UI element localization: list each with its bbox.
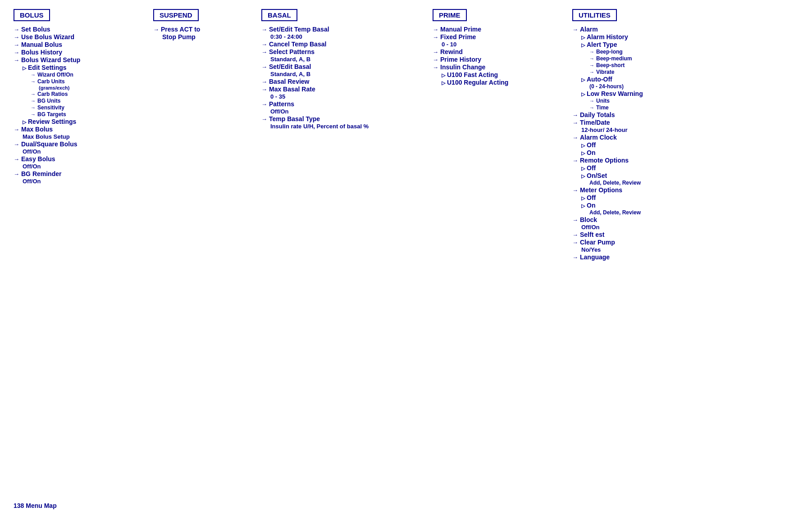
list-item: Language bbox=[572, 253, 643, 261]
list-item: Manual Bolus bbox=[14, 41, 80, 48]
list-item: Review Settings bbox=[23, 118, 80, 125]
cancel-temp-basal: Cancel Temp Basal bbox=[261, 41, 326, 48]
list-item: Standard, A, B bbox=[270, 56, 369, 63]
wizard-offon: Wizard Off/On bbox=[31, 72, 73, 78]
select-patterns: Select Patterns bbox=[261, 48, 315, 55]
list-item: 12-hour/ 24-hour bbox=[581, 127, 643, 133]
stop-pump: Stop Pump bbox=[162, 33, 196, 41]
basal-patterns: Standard, A, B bbox=[270, 71, 310, 77]
utilities-header: UTILITIES bbox=[572, 9, 617, 21]
list-item: Beep-long bbox=[589, 49, 643, 55]
temp-basal-type: Temp Basal Type bbox=[261, 115, 320, 122]
low-resv-warning: Low Resv Warning bbox=[581, 90, 643, 97]
list-item: Carb Units bbox=[31, 78, 80, 85]
list-item: (grams/exch) bbox=[39, 85, 80, 91]
list-item: Manual Prime bbox=[433, 26, 508, 33]
list-item: No/Yes bbox=[581, 246, 643, 253]
list-item: Vibrate bbox=[589, 69, 643, 75]
list-item: Meter Options bbox=[572, 186, 643, 194]
max-basal-rate: Max Basal Rate bbox=[261, 86, 315, 93]
clear-pump: Clear Pump bbox=[572, 239, 615, 246]
meter-options: Meter Options bbox=[572, 186, 622, 194]
list-item: Clear Pump bbox=[572, 239, 643, 246]
list-item: Selft est bbox=[572, 231, 643, 238]
max-bolus-setup: Max Bolus Setup bbox=[23, 133, 70, 140]
suspend-menu: Press ACT to Stop Pump bbox=[153, 26, 200, 41]
press-act: Press ACT to bbox=[153, 26, 200, 33]
carb-ratios: Carb Ratios bbox=[31, 91, 68, 97]
list-item: Insulin Change bbox=[433, 63, 508, 71]
manual-bolus: Manual Bolus bbox=[14, 41, 62, 48]
list-item: Beep-short bbox=[589, 62, 643, 68]
units: Units bbox=[589, 98, 610, 104]
list-item: Off/On bbox=[23, 178, 80, 185]
list-item: Units bbox=[589, 98, 643, 104]
carb-units: Carb Units bbox=[31, 78, 65, 85]
clear-pump-noyes: No/Yes bbox=[581, 246, 601, 253]
list-item: BG Reminder bbox=[14, 170, 80, 177]
meter-on: On bbox=[581, 202, 595, 209]
list-item: Wizard Off/On bbox=[31, 72, 80, 78]
meter-off: Off bbox=[581, 194, 596, 201]
list-item: Off bbox=[581, 141, 643, 149]
list-item: Low Resv Warning bbox=[581, 90, 643, 97]
list-item: Off/On bbox=[23, 148, 80, 155]
u100-fast-acting: U100 Fast Acting bbox=[442, 71, 498, 78]
list-item: Standard, A, B bbox=[270, 71, 369, 77]
easy-offon: Off/On bbox=[23, 163, 41, 170]
list-item: Off/On bbox=[23, 163, 80, 170]
list-item: Bolus History bbox=[14, 49, 80, 56]
prime-menu: Manual Prime Fixed Prime 0 - 10 Rewind P… bbox=[433, 26, 508, 86]
list-item: BG Units bbox=[31, 98, 80, 104]
basal-column: BASAL Set/Edit Temp Basal 0:30 - 24:00 C… bbox=[261, 9, 433, 130]
prime-column: PRIME Manual Prime Fixed Prime 0 - 10 Re… bbox=[433, 9, 572, 86]
remote-options: Remote Options bbox=[572, 157, 629, 164]
list-item: Press ACT to bbox=[153, 26, 200, 33]
list-item: Select Patterns bbox=[261, 48, 369, 55]
vibrate: Vibrate bbox=[589, 69, 614, 75]
edit-settings: Edit Settings bbox=[23, 64, 67, 71]
patterns: Patterns bbox=[261, 100, 294, 108]
basal-rate-range: 0 - 35 bbox=[270, 93, 285, 100]
bolus-header: BOLUS bbox=[14, 9, 50, 21]
manual-prime: Manual Prime bbox=[433, 26, 481, 33]
list-item: 0:30 - 24:00 bbox=[270, 33, 369, 40]
list-item: Patterns bbox=[261, 100, 369, 108]
list-item: On bbox=[581, 149, 643, 156]
daily-totals: Daily Totals bbox=[572, 111, 615, 118]
list-item: Use Bolus Wizard bbox=[14, 33, 80, 41]
list-item: Time/Date bbox=[572, 119, 643, 126]
block: Block bbox=[572, 216, 597, 223]
bolus-wizard-setup: Bolus Wizard Setup bbox=[14, 56, 80, 63]
max-bolus: Max Bolus bbox=[14, 126, 53, 133]
bolus-menu: Set Bolus Use Bolus Wizard Manual Bolus … bbox=[14, 26, 80, 185]
prime-history: Prime History bbox=[433, 56, 481, 63]
language: Language bbox=[572, 253, 610, 261]
list-item: Daily Totals bbox=[572, 111, 643, 118]
time: Time bbox=[589, 104, 609, 111]
list-item: Carb Ratios bbox=[31, 91, 80, 97]
list-item: Rewind bbox=[433, 48, 508, 55]
list-item: Insulin rate U/H, Percent of basal % bbox=[270, 123, 369, 130]
alarm-clock-off: Off bbox=[581, 141, 596, 149]
alert-type: Alert Type bbox=[581, 41, 617, 48]
list-item: Max Basal Rate bbox=[261, 86, 369, 93]
bg-reminder-offon: Off/On bbox=[23, 178, 41, 185]
bolus-column: BOLUS Set Bolus Use Bolus Wizard Manual … bbox=[14, 9, 153, 185]
prime-header: PRIME bbox=[433, 9, 467, 21]
time-date: Time/Date bbox=[572, 119, 610, 126]
temp-basal-type-options: Insulin rate U/H, Percent of basal % bbox=[270, 123, 369, 130]
list-item: (0 - 24-hours) bbox=[589, 83, 643, 90]
patterns-options: Standard, A, B bbox=[270, 56, 310, 63]
list-item: BG Targets bbox=[31, 111, 80, 118]
set-bolus: Set Bolus bbox=[14, 26, 50, 33]
block-offon: Off/On bbox=[581, 224, 599, 231]
use-bolus-wizard: Use Bolus Wizard bbox=[14, 33, 74, 41]
remote-off: Off bbox=[581, 164, 596, 172]
grams-exch: (grams/exch) bbox=[39, 85, 69, 91]
list-item: Off/On bbox=[581, 224, 643, 231]
alarm: Alarm bbox=[572, 26, 598, 33]
temp-basal-range: 0:30 - 24:00 bbox=[270, 33, 302, 40]
list-item: Set/Edit Basal bbox=[261, 63, 369, 70]
list-item: Max Bolus Setup bbox=[23, 133, 80, 140]
